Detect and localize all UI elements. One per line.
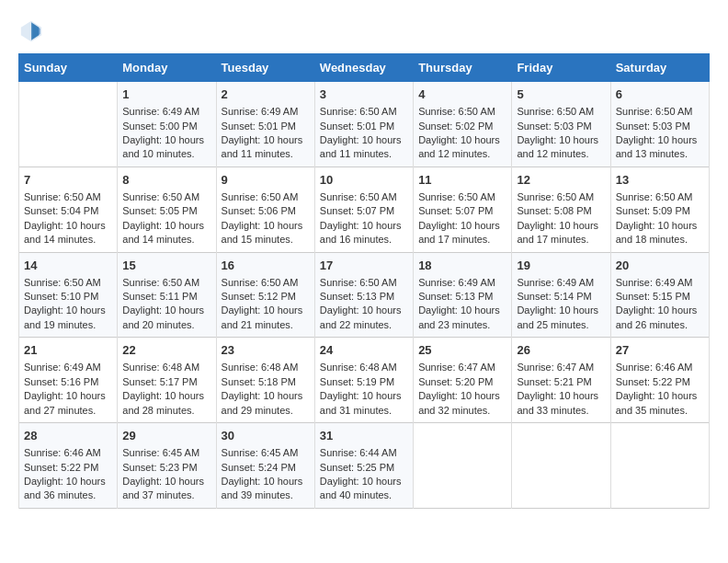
cell-content: Daylight: 10 hours <box>418 304 506 317</box>
cell-content: Sunrise: 6:50 AM <box>320 105 408 119</box>
day-number: 14 <box>24 258 112 274</box>
cell-content: Daylight: 10 hours <box>418 389 506 403</box>
cell-content: Sunset: 5:22 PM <box>24 461 112 475</box>
cell-content: Sunrise: 6:49 AM <box>24 361 112 374</box>
cell-content: Daylight: 10 hours <box>320 133 408 147</box>
day-number: 26 <box>517 342 605 359</box>
day-of-week-header: Tuesday <box>216 54 314 82</box>
calendar-cell <box>512 423 610 509</box>
day-number: 29 <box>122 428 210 444</box>
calendar-cell <box>414 423 512 509</box>
cell-content: Daylight: 10 hours <box>320 475 408 488</box>
cell-content: and 10 minutes. <box>122 147 210 161</box>
cell-content: Sunset: 5:13 PM <box>320 290 408 304</box>
cell-content: Sunset: 5:22 PM <box>616 375 704 389</box>
day-of-week-header: Saturday <box>610 54 709 82</box>
calendar-cell: 29Sunrise: 6:45 AMSunset: 5:23 PMDayligh… <box>118 423 216 509</box>
day-number: 19 <box>517 258 605 274</box>
cell-content: Sunrise: 6:46 AM <box>24 446 112 460</box>
day-number: 15 <box>122 258 210 274</box>
calendar-cell <box>19 82 118 167</box>
cell-content: Sunset: 5:17 PM <box>122 375 210 389</box>
cell-content: Sunrise: 6:50 AM <box>222 276 310 290</box>
calendar-week-row: 7Sunrise: 6:50 AMSunset: 5:04 PMDaylight… <box>19 167 710 252</box>
day-number: 7 <box>24 172 112 189</box>
cell-content: and 32 minutes. <box>418 404 506 418</box>
calendar-week-row: 1Sunrise: 6:49 AMSunset: 5:00 PMDaylight… <box>19 82 710 167</box>
calendar-cell: 18Sunrise: 6:49 AMSunset: 5:13 PMDayligh… <box>414 252 512 338</box>
cell-content: and 16 minutes. <box>320 233 408 247</box>
day-number: 12 <box>517 172 605 189</box>
cell-content: Daylight: 10 hours <box>122 219 210 233</box>
cell-content: Sunset: 5:06 PM <box>222 204 310 218</box>
cell-content: Daylight: 10 hours <box>24 389 112 403</box>
cell-content: and 31 minutes. <box>320 404 408 418</box>
cell-content: and 11 minutes. <box>320 147 408 161</box>
cell-content: and 33 minutes. <box>517 404 605 418</box>
cell-content: Daylight: 10 hours <box>24 304 112 317</box>
cell-content: and 12 minutes. <box>418 147 506 161</box>
cell-content: and 14 minutes. <box>122 233 210 247</box>
cell-content: Daylight: 10 hours <box>122 475 210 488</box>
day-number: 2 <box>222 86 310 103</box>
calendar-cell: 12Sunrise: 6:50 AMSunset: 5:08 PMDayligh… <box>512 167 610 252</box>
cell-content: Daylight: 10 hours <box>616 389 704 403</box>
cell-content: and 19 minutes. <box>24 318 112 332</box>
cell-content: Sunrise: 6:50 AM <box>418 190 506 204</box>
cell-content: Daylight: 10 hours <box>320 219 408 233</box>
calendar-cell: 8Sunrise: 6:50 AMSunset: 5:05 PMDaylight… <box>118 167 216 252</box>
day-number: 8 <box>122 172 210 189</box>
cell-content: and 39 minutes. <box>222 488 310 502</box>
cell-content: Sunset: 5:03 PM <box>616 120 704 133</box>
cell-content: Daylight: 10 hours <box>24 475 112 488</box>
cell-content: Sunrise: 6:50 AM <box>122 190 210 204</box>
cell-content: Sunrise: 6:47 AM <box>517 361 605 374</box>
cell-content: Sunset: 5:12 PM <box>222 290 310 304</box>
day-number: 17 <box>320 258 408 274</box>
logo-icon <box>18 18 44 44</box>
cell-content: Sunset: 5:04 PM <box>24 204 112 218</box>
cell-content: Sunrise: 6:50 AM <box>320 276 408 290</box>
cell-content: and 37 minutes. <box>122 488 210 502</box>
day-number: 22 <box>122 342 210 359</box>
calendar-cell: 31Sunrise: 6:44 AMSunset: 5:25 PMDayligh… <box>314 423 413 509</box>
cell-content: and 28 minutes. <box>122 404 210 418</box>
cell-content: Sunset: 5:01 PM <box>222 120 310 133</box>
day-of-week-header: Thursday <box>414 54 512 82</box>
cell-content: Sunrise: 6:50 AM <box>122 276 210 290</box>
calendar-cell: 6Sunrise: 6:50 AMSunset: 5:03 PMDaylight… <box>610 82 709 167</box>
cell-content: Sunset: 5:00 PM <box>122 120 210 133</box>
cell-content: Sunset: 5:16 PM <box>24 375 112 389</box>
day-number: 5 <box>517 86 605 103</box>
cell-content: and 25 minutes. <box>517 318 605 332</box>
cell-content: Sunrise: 6:45 AM <box>222 446 310 460</box>
cell-content: Sunrise: 6:46 AM <box>616 361 704 374</box>
calendar-cell: 20Sunrise: 6:49 AMSunset: 5:15 PMDayligh… <box>610 252 709 338</box>
day-of-week-header: Sunday <box>19 54 118 82</box>
cell-content: Sunrise: 6:48 AM <box>320 361 408 374</box>
calendar-cell: 25Sunrise: 6:47 AMSunset: 5:20 PMDayligh… <box>414 338 512 423</box>
cell-content: and 36 minutes. <box>24 488 112 502</box>
calendar-cell: 3Sunrise: 6:50 AMSunset: 5:01 PMDaylight… <box>314 82 413 167</box>
cell-content: Sunset: 5:14 PM <box>517 290 605 304</box>
calendar-cell: 22Sunrise: 6:48 AMSunset: 5:17 PMDayligh… <box>118 338 216 423</box>
cell-content: Sunset: 5:10 PM <box>24 290 112 304</box>
calendar-cell: 27Sunrise: 6:46 AMSunset: 5:22 PMDayligh… <box>610 338 709 423</box>
cell-content: and 11 minutes. <box>222 147 310 161</box>
cell-content: Sunset: 5:23 PM <box>122 461 210 475</box>
cell-content: Sunset: 5:07 PM <box>418 204 506 218</box>
day-number: 6 <box>616 86 704 103</box>
cell-content: Daylight: 10 hours <box>616 219 704 233</box>
calendar-cell: 14Sunrise: 6:50 AMSunset: 5:10 PMDayligh… <box>19 252 118 338</box>
cell-content: and 35 minutes. <box>616 404 704 418</box>
cell-content: and 22 minutes. <box>320 318 408 332</box>
day-number: 4 <box>418 86 506 103</box>
cell-content: Daylight: 10 hours <box>320 304 408 317</box>
day-number: 20 <box>616 258 704 274</box>
cell-content: Daylight: 10 hours <box>517 304 605 317</box>
day-number: 1 <box>122 86 210 103</box>
cell-content: Sunrise: 6:49 AM <box>517 276 605 290</box>
cell-content: and 18 minutes. <box>616 233 704 247</box>
cell-content: Daylight: 10 hours <box>122 389 210 403</box>
cell-content: Daylight: 10 hours <box>122 133 210 147</box>
